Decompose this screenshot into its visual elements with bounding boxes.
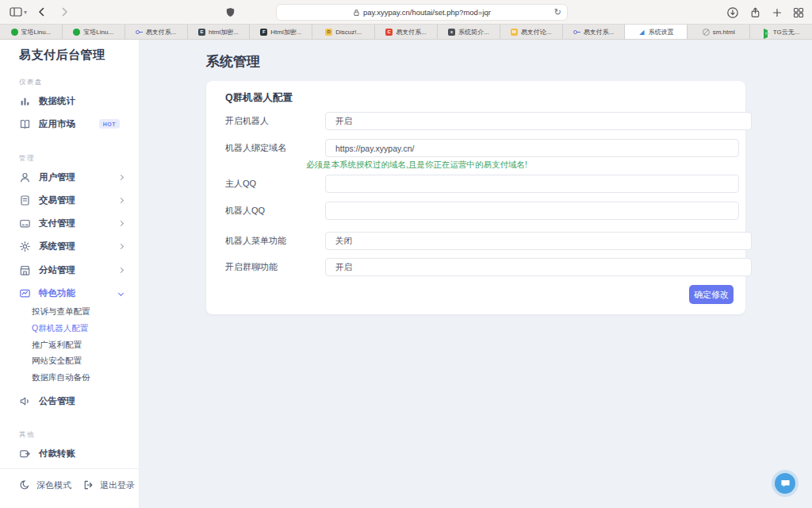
tab-discuz[interactable]: Discuz!... — [312, 25, 375, 39]
sidebar-toggle-icon[interactable] — [10, 7, 22, 17]
form-row-bind-domain: 机器人绑定域名 — [225, 139, 726, 157]
lock-icon — [353, 9, 360, 17]
green-tg-icon — [763, 29, 770, 36]
sidebar-item-transfer[interactable]: 付款转账 — [19, 445, 132, 461]
robot-enable-select[interactable] — [325, 112, 752, 130]
moon-icon — [19, 479, 30, 491]
sidebar-subitem-qq-robot[interactable]: Q群机器人配置 — [32, 321, 88, 336]
domain-help-text: 必须是本系统授权过的域名,且是你正在运营中的易支付域名! — [306, 160, 527, 171]
new-tab-icon[interactable] — [772, 7, 783, 18]
owner-qq-input[interactable] — [325, 175, 739, 193]
user-icon — [19, 171, 31, 183]
toolbar-chevron-down-icon[interactable]: ▾ — [24, 9, 27, 16]
key-icon — [573, 29, 580, 36]
app-title: 易支付后台管理 — [19, 48, 105, 63]
sidebar-subitem-security[interactable]: 网站安全配置 — [32, 354, 82, 368]
dark-square-icon — [448, 29, 455, 36]
tab-overview-icon[interactable] — [793, 7, 804, 18]
sidebar: 易支付后台管理 仪表盘 数据统计 应用市场 HOT 管理 用户管理 交易管理 支… — [0, 40, 140, 508]
sidebar-item-app-market[interactable]: 应用市场 HOT — [19, 116, 132, 132]
tab-html-encrypt-1[interactable]: html加密... — [188, 25, 251, 39]
sidebar-divider — [0, 468, 140, 469]
shop-icon — [19, 264, 31, 276]
sidebar-subitem-rebate[interactable]: 推广返利配置 — [32, 338, 82, 352]
submit-button[interactable]: 确定修改 — [689, 285, 733, 304]
tab-system-settings-active[interactable]: 系统设置 — [625, 25, 688, 39]
speaker-icon — [19, 395, 31, 407]
letter-f-icon — [260, 29, 267, 36]
dark-mode-label: 深色模式 — [36, 479, 71, 491]
sidebar-item-features[interactable]: 特色功能 — [19, 285, 132, 301]
section-label-dashboard: 仪表盘 — [19, 78, 43, 87]
form-row-owner-qq: 主人QQ — [225, 175, 726, 193]
logout-button[interactable]: 退出登录 — [82, 477, 135, 493]
browser-toolbar: ▾ pay.xyypay.cn/houtai/set.php?mod=jqr ↻ — [0, 0, 812, 25]
tab-html-encrypt-2[interactable]: Html加密... — [250, 25, 312, 39]
download-icon[interactable] — [726, 6, 739, 19]
sidebar-subitem-db-backup[interactable]: 数据库自动备份 — [32, 371, 90, 385]
tab-baota-2[interactable]: 宝塔Linu... — [63, 25, 125, 39]
chat-widget — [772, 470, 799, 497]
forward-icon[interactable] — [59, 6, 70, 17]
payment-icon — [19, 217, 31, 229]
form-row-robot-qq: 机器人QQ — [225, 202, 726, 220]
document-icon — [19, 194, 31, 206]
sidebar-item-label: 付款转账 — [39, 448, 75, 460]
chat-bubble-button[interactable] — [775, 473, 795, 494]
privacy-shield-icon[interactable] — [225, 6, 236, 18]
baota-icon — [73, 29, 80, 36]
key-icon — [136, 29, 143, 36]
chat-icon — [780, 479, 791, 488]
sidebar-item-label: 特色功能 — [39, 287, 75, 299]
sidebar-item-transactions[interactable]: 交易管理 — [19, 192, 132, 208]
sidebar-subitem-complaints[interactable]: 投诉与查单配置 — [32, 305, 90, 319]
sidebar-item-announcements[interactable]: 公告管理 — [19, 393, 132, 409]
url-text: pay.xyypay.cn/houtai/set.php?mod=jqr — [363, 8, 491, 17]
sidebar-item-payments[interactable]: 支付管理 — [19, 215, 132, 231]
chevron-right-icon — [118, 197, 124, 202]
bind-domain-input[interactable] — [325, 139, 739, 157]
back-icon[interactable] — [36, 6, 48, 17]
mail-icon — [511, 29, 518, 36]
tab-sm-html[interactable]: sm.html — [688, 25, 750, 39]
card-title: Q群机器人配置 — [225, 91, 293, 105]
sidebar-item-label: 公告管理 — [39, 395, 75, 407]
field-label: 机器人菜单功能 — [225, 232, 286, 250]
sidebar-item-label: 分站管理 — [39, 264, 75, 276]
tab-epay-3[interactable]: 易支付系... — [563, 25, 626, 39]
tab-epay-1[interactable]: 易支付系... — [125, 25, 188, 39]
address-bar[interactable]: pay.xyypay.cn/houtai/set.php?mod=jqr ↻ — [276, 4, 568, 21]
field-label: 主人QQ — [225, 175, 256, 193]
subitem-label: 推广返利配置 — [32, 340, 82, 351]
field-label: 机器人QQ — [225, 202, 265, 220]
sidebar-item-label: 支付管理 — [39, 217, 75, 229]
transfer-icon — [19, 448, 31, 460]
form-row-robot-menu: 机器人菜单功能 — [225, 232, 726, 250]
section-label-other: 其他 — [19, 430, 35, 440]
subitem-label: Q群机器人配置 — [32, 323, 88, 334]
group-chat-select[interactable] — [325, 258, 752, 276]
dark-mode-toggle[interactable]: 深色模式 — [19, 477, 71, 493]
share-icon[interactable] — [749, 6, 761, 19]
robot-menu-select[interactable] — [325, 232, 752, 250]
robot-config-card: Q群机器人配置 开启机器人 机器人绑定域名 必须是本系统授权过的域名,且是你正在… — [206, 81, 745, 314]
sidebar-item-users[interactable]: 用户管理 — [19, 169, 132, 185]
tab-baota-1[interactable]: 宝塔Linu... — [0, 25, 63, 39]
gray-circle-icon — [703, 29, 710, 36]
tab-epay-forum[interactable]: 易支付论... — [500, 25, 563, 39]
sidebar-item-substations[interactable]: 分站管理 — [19, 262, 132, 278]
field-label: 机器人绑定域名 — [225, 139, 286, 157]
section-label-manage: 管理 — [19, 154, 35, 164]
chart-icon — [19, 95, 31, 107]
tab-system-intro[interactable]: 系统简介... — [438, 25, 500, 39]
reload-icon[interactable]: ↻ — [554, 7, 561, 17]
discuz-icon — [325, 29, 332, 36]
sidebar-item-label: 系统管理 — [39, 241, 75, 252]
sidebar-item-label: 用户管理 — [39, 171, 75, 183]
tab-tg-cloud[interactable]: TG云无... — [750, 25, 812, 39]
sidebar-item-data-stats[interactable]: 数据统计 — [19, 93, 132, 109]
form-row-group-chat: 开启群聊功能 — [225, 258, 726, 276]
tab-epay-2[interactable]: 易支付系... — [375, 25, 438, 39]
sidebar-item-system[interactable]: 系统管理 — [19, 238, 132, 254]
robot-qq-input[interactable] — [325, 202, 739, 220]
